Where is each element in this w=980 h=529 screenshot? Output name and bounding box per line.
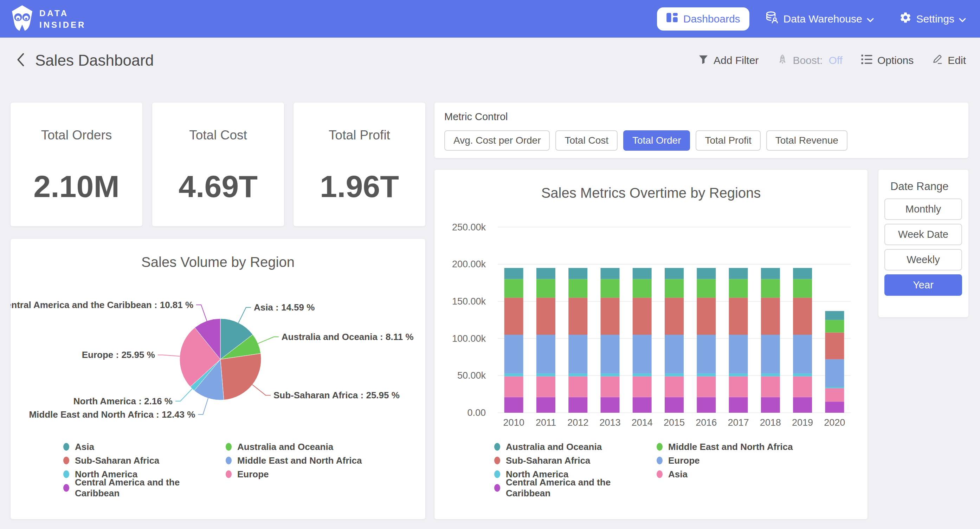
bar-segment[interactable] <box>601 373 620 376</box>
bar-segment[interactable] <box>729 373 748 376</box>
bar-segment[interactable] <box>536 279 555 298</box>
bar-segment[interactable] <box>601 335 620 373</box>
bar-segment[interactable] <box>633 297 652 335</box>
bar-segment[interactable] <box>729 268 748 279</box>
legend-item[interactable]: Sub-Saharan Africa <box>63 456 226 465</box>
bar-segment[interactable] <box>761 335 780 373</box>
bar-segment[interactable] <box>568 279 587 298</box>
legend-item[interactable]: Australia and Oceania <box>494 442 657 452</box>
bar-segment[interactable] <box>536 297 555 335</box>
nav-item-settings[interactable]: Settings <box>899 11 966 26</box>
bar-segment[interactable] <box>504 376 523 397</box>
bar-segment[interactable] <box>504 279 523 298</box>
bar-segment[interactable] <box>568 335 587 373</box>
date-range-option-week-date[interactable]: Week Date <box>885 224 962 245</box>
bar-segment[interactable] <box>568 268 587 279</box>
bar-segment[interactable] <box>536 268 555 279</box>
bar-segment[interactable] <box>825 311 844 320</box>
bar-segment[interactable] <box>633 373 652 376</box>
bar-segment[interactable] <box>825 333 844 359</box>
bar-segment[interactable] <box>568 397 587 413</box>
bar-segment[interactable] <box>536 376 555 397</box>
bar-segment[interactable] <box>601 268 620 279</box>
bar-segment[interactable] <box>665 279 684 298</box>
bar-segment[interactable] <box>504 297 523 335</box>
bar-segment[interactable] <box>568 376 587 397</box>
options-button[interactable]: Options <box>861 54 913 67</box>
bar-segment[interactable] <box>697 397 716 413</box>
bar-segment[interactable] <box>633 268 652 279</box>
bar-segment[interactable] <box>665 297 684 335</box>
bar-segment[interactable] <box>825 387 844 388</box>
bar-segment[interactable] <box>825 320 844 333</box>
bar-segment[interactable] <box>729 279 748 298</box>
bar-segment[interactable] <box>793 335 812 373</box>
legend-item[interactable]: Middle East and North Africa <box>226 456 388 465</box>
add-filter-button[interactable]: Add Filter <box>698 54 759 67</box>
legend-item[interactable]: Middle East and North Africa <box>657 442 819 452</box>
legend-item[interactable]: Australia and Oceania <box>226 442 388 452</box>
bar-segment[interactable] <box>729 297 748 335</box>
bar-segment[interactable] <box>536 335 555 373</box>
bar-segment[interactable] <box>761 376 780 397</box>
date-range-option-year[interactable]: Year <box>885 274 962 296</box>
bar-segment[interactable] <box>697 376 716 397</box>
pie-slice[interactable] <box>220 353 261 400</box>
bar-segment[interactable] <box>761 297 780 335</box>
bar-segment[interactable] <box>504 373 523 376</box>
bar-segment[interactable] <box>665 268 684 279</box>
legend-item[interactable]: Europe <box>657 456 819 465</box>
bar-segment[interactable] <box>793 279 812 298</box>
bar-segment[interactable] <box>793 373 812 376</box>
bar-segment[interactable] <box>825 402 844 413</box>
bar-segment[interactable] <box>601 376 620 397</box>
bar-segment[interactable] <box>665 373 684 376</box>
bar-segment[interactable] <box>601 279 620 298</box>
legend-item[interactable]: Europe <box>226 469 388 479</box>
bar-segment[interactable] <box>536 373 555 376</box>
legend-item[interactable]: Central America and the Caribbean <box>494 483 657 493</box>
bar-segment[interactable] <box>729 376 748 397</box>
metric-option-total-cost[interactable]: Total Cost <box>555 130 617 151</box>
bar-segment[interactable] <box>665 397 684 413</box>
bar-segment[interactable] <box>665 376 684 397</box>
bar-segment[interactable] <box>633 279 652 298</box>
bar-segment[interactable] <box>825 359 844 387</box>
metric-option-total-profit[interactable]: Total Profit <box>696 130 760 151</box>
edit-button[interactable]: Edit <box>932 54 966 67</box>
bar-segment[interactable] <box>761 397 780 413</box>
bar-segment[interactable] <box>601 297 620 335</box>
bar-segment[interactable] <box>697 268 716 279</box>
bar-segment[interactable] <box>697 297 716 335</box>
bar-segment[interactable] <box>761 373 780 376</box>
bar-segment[interactable] <box>793 397 812 413</box>
bar-segment[interactable] <box>665 335 684 373</box>
bar-segment[interactable] <box>504 268 523 279</box>
bar-segment[interactable] <box>761 268 780 279</box>
bar-segment[interactable] <box>633 397 652 413</box>
legend-item[interactable]: Asia <box>63 442 226 452</box>
bar-segment[interactable] <box>601 397 620 413</box>
bar-segment[interactable] <box>504 335 523 373</box>
bar-segment[interactable] <box>793 268 812 279</box>
bar-segment[interactable] <box>633 376 652 397</box>
brand-logo[interactable]: DATA INSIDER <box>11 5 86 33</box>
bar-segment[interactable] <box>761 279 780 298</box>
bar-segment[interactable] <box>697 279 716 298</box>
metric-option-total-revenue[interactable]: Total Revenue <box>766 130 848 151</box>
bar-segment[interactable] <box>825 388 844 402</box>
legend-item[interactable]: Sub-Saharan Africa <box>494 456 657 465</box>
bar-segment[interactable] <box>504 397 523 413</box>
bar-segment[interactable] <box>697 335 716 373</box>
bar-segment[interactable] <box>729 397 748 413</box>
date-range-option-weekly[interactable]: Weekly <box>885 249 962 270</box>
bar-segment[interactable] <box>568 297 587 335</box>
bar-segment[interactable] <box>793 376 812 397</box>
boost-toggle[interactable]: Boost:Off <box>777 54 843 67</box>
nav-item-data-warehouse[interactable]: Data Warehouse <box>765 11 874 27</box>
bar-segment[interactable] <box>536 397 555 413</box>
bar-segment[interactable] <box>793 297 812 335</box>
legend-item[interactable]: Central America and the Caribbean <box>63 483 226 493</box>
bar-segment[interactable] <box>697 373 716 376</box>
nav-item-dashboards[interactable]: Dashboards <box>657 7 749 30</box>
